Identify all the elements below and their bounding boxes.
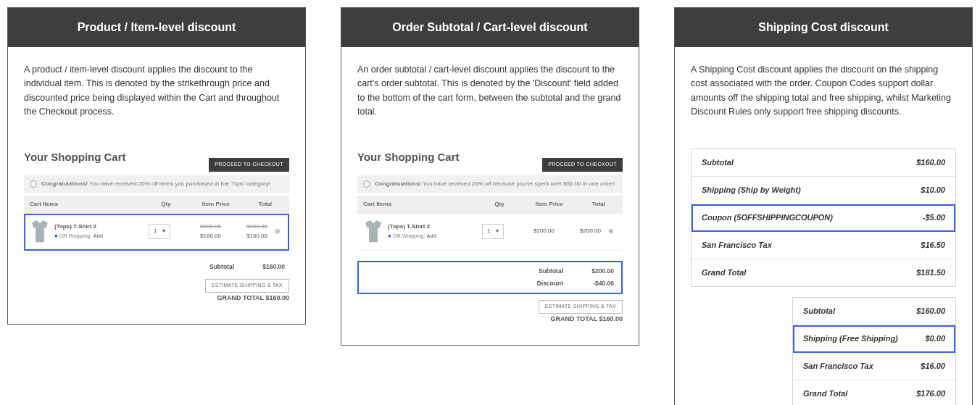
product-name: (Tops) T-Shirt 2 bbox=[388, 222, 478, 231]
grand-total: GRAND TOTAL $160.00 bbox=[24, 293, 289, 304]
congrats-text: You have received 20% off because you've… bbox=[421, 180, 615, 187]
summary-row-shipping-highlight: Shipping (Free Shipping)$0.00 bbox=[793, 325, 955, 353]
congrats-prefix: Congratulations! bbox=[41, 180, 88, 187]
col-qty: Qty bbox=[482, 200, 517, 209]
summary-row: Shipping (Ship by Weight)$10.00 bbox=[692, 177, 955, 204]
qty-value: 1 bbox=[487, 227, 490, 235]
cart-row-highlighted: (Tops) T-Shirt 2 ●Gift Wrapping: Add 1▾ … bbox=[24, 214, 289, 251]
congrats-text: You have received 20% off items you purc… bbox=[88, 180, 270, 187]
summary-row: Grand Total$181.50 bbox=[692, 259, 955, 286]
item-price: $200.00 bbox=[508, 227, 555, 235]
gift-wrap-add-link[interactable]: Add bbox=[426, 233, 436, 238]
remove-item-icon[interactable]: ⊗ bbox=[272, 227, 283, 237]
cart-columns-header: Cart Items Qty Item Price Total bbox=[357, 196, 623, 213]
gift-wrap-add-link[interactable]: Add bbox=[93, 233, 103, 238]
cart-row: (Tops) T-Shirt 2 ●Gift Wrapping: Add 1▾ … bbox=[357, 214, 623, 251]
col-total: Total bbox=[230, 200, 272, 209]
congrats-banner: Congratulations! You have received 20% o… bbox=[357, 175, 623, 193]
col-price: Item Price bbox=[517, 200, 563, 209]
chevron-down-icon: ▾ bbox=[162, 227, 165, 235]
cart-columns-header: Cart Items Qty Item Price Total bbox=[24, 196, 289, 213]
card-shipping-discount: Shipping Cost discount A Shipping Cost d… bbox=[674, 7, 973, 405]
card-product-discount: Product / Item-level discount A product … bbox=[7, 7, 306, 325]
summary-row: Subtotal$160.00 bbox=[692, 149, 955, 177]
proceed-checkout-button[interactable]: PROCEED TO CHECKOUT bbox=[209, 158, 289, 172]
product-subline: ●Gift Wrapping: Add bbox=[388, 232, 478, 241]
tag-bullet-icon: ● bbox=[388, 233, 391, 239]
card-description: A Shipping Cost discount applies the dis… bbox=[691, 63, 956, 120]
discount-types-row: Product / Item-level discount A product … bbox=[7, 7, 973, 405]
order-summary-coupon: Subtotal$160.00 Shipping (Ship by Weight… bbox=[691, 149, 956, 287]
col-price: Item Price bbox=[183, 200, 230, 209]
card-order-discount: Order Subtotal / Cart-level discount An … bbox=[341, 7, 639, 346]
proceed-checkout-button[interactable]: PROCEED TO CHECKOUT bbox=[542, 158, 623, 172]
item-total: $200.00 bbox=[559, 227, 601, 235]
card-header: Product / Item-level discount bbox=[8, 8, 305, 47]
congrats-banner: Congratulations! You have received 20% o… bbox=[24, 175, 289, 193]
item-price: $200.00 $160.00 bbox=[175, 222, 221, 241]
summary-row: San Francisco Tax$16.50 bbox=[692, 232, 955, 259]
card-header: Order Subtotal / Cart-level discount bbox=[341, 8, 639, 47]
col-items: Cart Items bbox=[30, 200, 149, 209]
col-total: Total bbox=[563, 200, 605, 209]
subtotal-row: Subtotal $160.00 bbox=[24, 261, 289, 273]
item-total: $200.00 $160.00 bbox=[225, 222, 267, 241]
congrats-prefix: Congratulations! bbox=[375, 180, 421, 187]
cart-screenshot: Your Shopping Cart PROCEED TO CHECKOUT C… bbox=[357, 149, 623, 325]
col-qty: Qty bbox=[149, 200, 183, 209]
discount-row: Discount -$40.00 bbox=[357, 277, 618, 290]
order-summary-free-shipping: Subtotal$160.00 Shipping (Free Shipping)… bbox=[792, 297, 956, 405]
check-circle-icon bbox=[363, 180, 370, 188]
qty-value: 1 bbox=[154, 227, 157, 235]
summary-row: Grand Total$176.00 bbox=[793, 380, 955, 405]
summary-row: Subtotal$160.00 bbox=[793, 298, 955, 325]
price-discounted: $160.00 bbox=[200, 233, 221, 239]
summary-row: San Francisco Tax$16.00 bbox=[793, 353, 955, 380]
tshirt-thumb-icon bbox=[363, 220, 383, 244]
price-original: $200.00 bbox=[175, 222, 221, 231]
card-header: Shipping Cost discount bbox=[675, 8, 972, 47]
qty-stepper[interactable]: 1▾ bbox=[149, 224, 170, 238]
product-subline: ●Gift Wrapping: Add bbox=[54, 232, 144, 241]
check-circle-icon bbox=[30, 180, 37, 188]
qty-stepper[interactable]: 1▾ bbox=[482, 224, 504, 238]
summary-row-coupon-highlight: Coupon (5OFFSHIPPINGCOUPON)-$5.00 bbox=[692, 204, 955, 232]
chevron-down-icon: ▾ bbox=[496, 227, 499, 235]
col-items: Cart Items bbox=[363, 200, 482, 209]
total-discounted: $160.00 bbox=[246, 233, 267, 239]
total-original: $200.00 bbox=[225, 222, 267, 231]
cart-screenshot: Your Shopping Cart PROCEED TO CHECKOUT C… bbox=[24, 149, 289, 304]
tshirt-thumb-icon bbox=[30, 220, 50, 244]
estimate-shipping-button[interactable]: ESTIMATE SHIPPING & TAX bbox=[205, 279, 289, 293]
grand-total: GRAND TOTAL $160.00 bbox=[357, 314, 623, 325]
card-description: An order subtotal / cart-level discount … bbox=[357, 63, 623, 120]
tag-bullet-icon: ● bbox=[54, 233, 58, 239]
remove-item-icon[interactable]: ⊗ bbox=[605, 227, 617, 237]
subtotal-discount-highlight: Subtotal $200.00 Discount -$40.00 bbox=[357, 261, 623, 294]
card-description: A product / item-level discount applies … bbox=[24, 63, 289, 120]
subtotal-row: Subtotal $200.00 bbox=[357, 265, 618, 277]
estimate-shipping-button[interactable]: ESTIMATE SHIPPING & TAX bbox=[539, 300, 623, 314]
product-name: (Tops) T-Shirt 2 bbox=[54, 222, 144, 231]
